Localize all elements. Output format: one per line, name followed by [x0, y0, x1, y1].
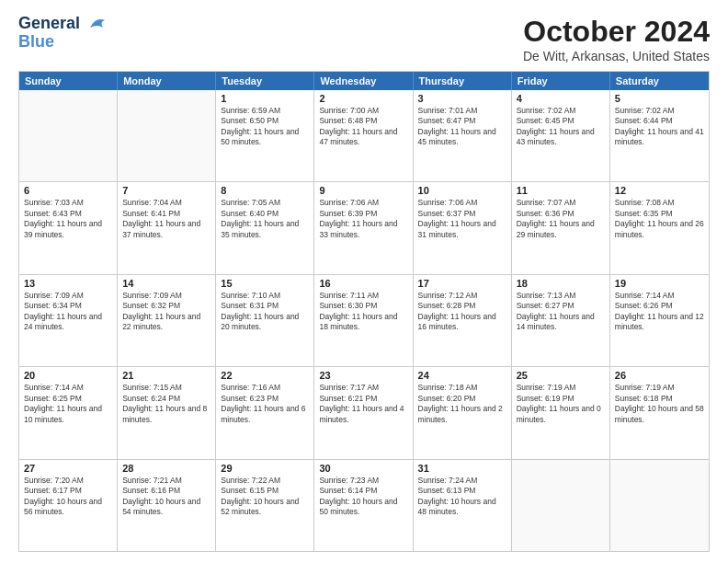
empty-cell	[610, 460, 709, 551]
day-number: 18	[517, 278, 605, 289]
cell-info: Sunrise: 7:16 AM Sunset: 6:23 PM Dayligh…	[221, 383, 309, 425]
day-number: 10	[418, 185, 506, 196]
day-number: 21	[122, 370, 210, 381]
cell-info: Sunrise: 7:24 AM Sunset: 6:13 PM Dayligh…	[418, 476, 506, 518]
cell-info: Sunrise: 7:10 AM Sunset: 6:31 PM Dayligh…	[221, 291, 309, 333]
day-number: 14	[122, 278, 210, 289]
day-header-thursday: Thursday	[414, 72, 512, 90]
cell-info: Sunrise: 7:19 AM Sunset: 6:18 PM Dayligh…	[615, 383, 704, 425]
day-cell-9: 9Sunrise: 7:06 AM Sunset: 6:39 PM Daylig…	[314, 182, 413, 273]
week-row-2: 6Sunrise: 7:03 AM Sunset: 6:43 PM Daylig…	[19, 181, 709, 273]
day-number: 28	[122, 463, 210, 474]
day-number: 22	[221, 370, 309, 381]
cell-info: Sunrise: 7:14 AM Sunset: 6:25 PM Dayligh…	[24, 383, 112, 425]
month-title: October 2024	[523, 15, 710, 49]
day-number: 11	[517, 185, 605, 196]
week-row-1: 1Sunrise: 6:59 AM Sunset: 6:50 PM Daylig…	[19, 90, 709, 181]
cell-info: Sunrise: 7:07 AM Sunset: 6:36 PM Dayligh…	[517, 198, 605, 240]
location: De Witt, Arkansas, United States	[523, 49, 710, 63]
cell-info: Sunrise: 7:06 AM Sunset: 6:39 PM Dayligh…	[319, 198, 407, 240]
cell-info: Sunrise: 7:04 AM Sunset: 6:41 PM Dayligh…	[122, 198, 210, 240]
empty-cell	[19, 90, 118, 181]
day-number: 6	[24, 185, 112, 196]
day-number: 4	[517, 93, 605, 104]
day-header-wednesday: Wednesday	[314, 72, 413, 90]
day-header-tuesday: Tuesday	[216, 72, 314, 90]
day-number: 30	[319, 463, 407, 474]
day-cell-6: 6Sunrise: 7:03 AM Sunset: 6:43 PM Daylig…	[19, 182, 118, 273]
cell-info: Sunrise: 7:18 AM Sunset: 6:20 PM Dayligh…	[418, 383, 506, 425]
cell-info: Sunrise: 7:00 AM Sunset: 6:48 PM Dayligh…	[319, 106, 407, 148]
day-header-saturday: Saturday	[610, 72, 709, 90]
cell-info: Sunrise: 7:05 AM Sunset: 6:40 PM Dayligh…	[221, 198, 309, 240]
cell-info: Sunrise: 7:21 AM Sunset: 6:16 PM Dayligh…	[122, 476, 210, 518]
day-cell-11: 11Sunrise: 7:07 AM Sunset: 6:36 PM Dayli…	[512, 182, 610, 273]
empty-cell	[512, 460, 610, 551]
logo-blue: Blue	[18, 33, 112, 52]
day-cell-10: 10Sunrise: 7:06 AM Sunset: 6:37 PM Dayli…	[414, 182, 512, 273]
day-number: 17	[418, 278, 506, 289]
day-cell-1: 1Sunrise: 6:59 AM Sunset: 6:50 PM Daylig…	[216, 90, 314, 181]
day-cell-3: 3Sunrise: 7:01 AM Sunset: 6:47 PM Daylig…	[414, 90, 512, 181]
day-number: 8	[221, 185, 309, 196]
day-cell-21: 21Sunrise: 7:15 AM Sunset: 6:24 PM Dayli…	[118, 367, 216, 458]
day-number: 12	[615, 185, 704, 196]
empty-cell	[118, 90, 216, 181]
calendar-header: SundayMondayTuesdayWednesdayThursdayFrid…	[19, 72, 709, 90]
day-cell-8: 8Sunrise: 7:05 AM Sunset: 6:40 PM Daylig…	[216, 182, 314, 273]
logo-text: General	[18, 15, 112, 33]
day-number: 23	[319, 370, 407, 381]
cell-info: Sunrise: 7:09 AM Sunset: 6:34 PM Dayligh…	[24, 291, 112, 333]
title-block: October 2024 De Witt, Arkansas, United S…	[523, 15, 710, 63]
day-cell-4: 4Sunrise: 7:02 AM Sunset: 6:45 PM Daylig…	[512, 90, 610, 181]
calendar: SundayMondayTuesdayWednesdayThursdayFrid…	[18, 71, 710, 552]
logo-bird-icon	[86, 15, 112, 33]
day-cell-13: 13Sunrise: 7:09 AM Sunset: 6:34 PM Dayli…	[19, 275, 118, 366]
week-row-4: 20Sunrise: 7:14 AM Sunset: 6:25 PM Dayli…	[19, 366, 709, 458]
cell-info: Sunrise: 6:59 AM Sunset: 6:50 PM Dayligh…	[221, 106, 309, 148]
cell-info: Sunrise: 7:14 AM Sunset: 6:26 PM Dayligh…	[615, 291, 704, 333]
cell-info: Sunrise: 7:08 AM Sunset: 6:35 PM Dayligh…	[615, 198, 704, 240]
day-cell-22: 22Sunrise: 7:16 AM Sunset: 6:23 PM Dayli…	[216, 367, 314, 458]
cell-info: Sunrise: 7:23 AM Sunset: 6:14 PM Dayligh…	[319, 476, 407, 518]
day-number: 26	[615, 370, 704, 381]
day-number: 9	[319, 185, 407, 196]
day-cell-30: 30Sunrise: 7:23 AM Sunset: 6:14 PM Dayli…	[314, 460, 413, 551]
cell-info: Sunrise: 7:03 AM Sunset: 6:43 PM Dayligh…	[24, 198, 112, 240]
cell-info: Sunrise: 7:19 AM Sunset: 6:19 PM Dayligh…	[517, 383, 605, 425]
day-cell-31: 31Sunrise: 7:24 AM Sunset: 6:13 PM Dayli…	[414, 460, 512, 551]
day-number: 19	[615, 278, 704, 289]
day-cell-5: 5Sunrise: 7:02 AM Sunset: 6:44 PM Daylig…	[610, 90, 709, 181]
week-row-3: 13Sunrise: 7:09 AM Sunset: 6:34 PM Dayli…	[19, 274, 709, 366]
day-cell-2: 2Sunrise: 7:00 AM Sunset: 6:48 PM Daylig…	[314, 90, 413, 181]
day-number: 16	[319, 278, 407, 289]
day-header-sunday: Sunday	[19, 72, 118, 90]
day-number: 24	[418, 370, 506, 381]
day-cell-19: 19Sunrise: 7:14 AM Sunset: 6:26 PM Dayli…	[610, 275, 709, 366]
page: General Blue October 2024 De Witt, Arkan…	[0, 0, 728, 563]
day-cell-7: 7Sunrise: 7:04 AM Sunset: 6:41 PM Daylig…	[118, 182, 216, 273]
day-cell-12: 12Sunrise: 7:08 AM Sunset: 6:35 PM Dayli…	[610, 182, 709, 273]
day-cell-14: 14Sunrise: 7:09 AM Sunset: 6:32 PM Dayli…	[118, 275, 216, 366]
cell-info: Sunrise: 7:17 AM Sunset: 6:21 PM Dayligh…	[319, 383, 407, 425]
day-number: 3	[418, 93, 506, 104]
day-cell-25: 25Sunrise: 7:19 AM Sunset: 6:19 PM Dayli…	[512, 367, 610, 458]
day-cell-27: 27Sunrise: 7:20 AM Sunset: 6:17 PM Dayli…	[19, 460, 118, 551]
cell-info: Sunrise: 7:13 AM Sunset: 6:27 PM Dayligh…	[517, 291, 605, 333]
cell-info: Sunrise: 7:02 AM Sunset: 6:44 PM Dayligh…	[615, 106, 704, 148]
day-cell-26: 26Sunrise: 7:19 AM Sunset: 6:18 PM Dayli…	[610, 367, 709, 458]
day-cell-24: 24Sunrise: 7:18 AM Sunset: 6:20 PM Dayli…	[414, 367, 512, 458]
cell-info: Sunrise: 7:02 AM Sunset: 6:45 PM Dayligh…	[517, 106, 605, 148]
day-number: 15	[221, 278, 309, 289]
day-number: 31	[418, 463, 506, 474]
day-number: 13	[24, 278, 112, 289]
day-cell-15: 15Sunrise: 7:10 AM Sunset: 6:31 PM Dayli…	[216, 275, 314, 366]
cell-info: Sunrise: 7:01 AM Sunset: 6:47 PM Dayligh…	[418, 106, 506, 148]
cell-info: Sunrise: 7:22 AM Sunset: 6:15 PM Dayligh…	[221, 476, 309, 518]
cell-info: Sunrise: 7:15 AM Sunset: 6:24 PM Dayligh…	[122, 383, 210, 425]
day-header-friday: Friday	[512, 72, 610, 90]
day-cell-28: 28Sunrise: 7:21 AM Sunset: 6:16 PM Dayli…	[118, 460, 216, 551]
day-cell-17: 17Sunrise: 7:12 AM Sunset: 6:28 PM Dayli…	[414, 275, 512, 366]
day-number: 2	[319, 93, 407, 104]
logo: General Blue	[18, 15, 112, 52]
